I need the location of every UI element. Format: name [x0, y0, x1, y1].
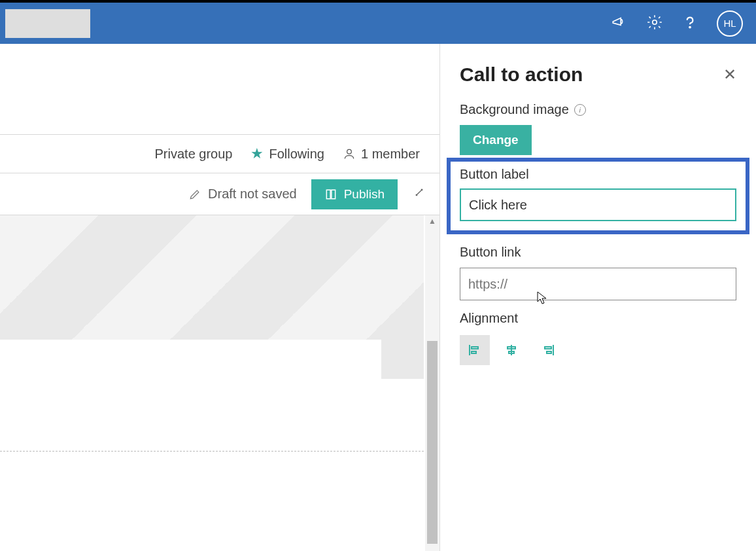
- help-icon[interactable]: [681, 14, 698, 33]
- svg-rect-4: [472, 351, 476, 353]
- draft-status: Draft not saved: [188, 187, 297, 202]
- svg-rect-7: [545, 347, 551, 349]
- section-divider: [0, 451, 424, 452]
- align-center-button[interactable]: [496, 335, 526, 365]
- following-toggle[interactable]: ★ Following: [250, 145, 324, 162]
- align-center-icon: [504, 342, 519, 358]
- property-pane: Call to action ✕ Background image i Chan…: [440, 44, 756, 551]
- button-label-highlight: Button label: [447, 158, 749, 234]
- main-area: Private group ★ Following 1 member Draft…: [0, 44, 756, 551]
- background-image-label: Background image i: [460, 102, 736, 117]
- publish-label: Publish: [344, 187, 385, 202]
- star-icon: ★: [250, 145, 264, 162]
- alignment-label: Alignment: [460, 311, 736, 326]
- webpart-placeholder[interactable]: [0, 340, 381, 379]
- expand-icon[interactable]: [412, 185, 426, 203]
- button-label-input[interactable]: [460, 188, 736, 221]
- members-link[interactable]: 1 member: [343, 147, 420, 162]
- alignment-group: [460, 335, 736, 365]
- scroll-thumb[interactable]: [427, 341, 438, 544]
- align-right-button[interactable]: [533, 335, 563, 365]
- button-link-label: Button link: [460, 245, 736, 260]
- group-info-bar: Private group ★ Following 1 member: [0, 134, 439, 173]
- megaphone-icon[interactable]: [611, 14, 628, 33]
- svg-point-0: [653, 20, 657, 24]
- title-area: [0, 44, 439, 134]
- svg-rect-3: [472, 347, 478, 349]
- draft-status-text: Draft not saved: [208, 187, 297, 202]
- panel-title: Call to action: [460, 63, 583, 86]
- page-canvas: Private group ★ Following 1 member Draft…: [0, 44, 440, 551]
- gear-icon[interactable]: [646, 14, 663, 33]
- search-input[interactable]: [5, 9, 90, 38]
- button-label-label: Button label: [460, 167, 736, 182]
- align-right-icon: [540, 342, 556, 358]
- page-action-bar: Draft not saved Publish: [0, 173, 439, 215]
- editor-canvas[interactable]: ▲: [0, 215, 439, 551]
- svg-point-2: [347, 149, 352, 154]
- align-left-button[interactable]: [460, 335, 490, 365]
- info-icon[interactable]: i: [574, 104, 586, 116]
- button-link-input[interactable]: [460, 268, 736, 300]
- header-icon-group: HL: [611, 10, 749, 37]
- panel-header: Call to action ✕: [460, 63, 736, 86]
- person-icon: [343, 147, 356, 160]
- avatar-initials: HL: [723, 18, 736, 29]
- scrollbar[interactable]: ▲: [425, 215, 439, 551]
- svg-rect-8: [547, 351, 551, 353]
- close-icon[interactable]: ✕: [723, 65, 736, 84]
- following-label: Following: [269, 147, 324, 162]
- scroll-up-icon[interactable]: ▲: [425, 217, 439, 226]
- publish-button[interactable]: Publish: [311, 179, 398, 209]
- book-icon: [324, 188, 337, 201]
- privacy-label: Private group: [155, 147, 233, 162]
- user-avatar[interactable]: HL: [717, 10, 743, 37]
- svg-point-1: [689, 26, 691, 27]
- members-label: 1 member: [361, 147, 420, 162]
- app-header: HL: [0, 3, 756, 44]
- pencil-icon: [188, 188, 201, 201]
- align-left-icon: [467, 342, 483, 358]
- change-button[interactable]: Change: [460, 125, 532, 155]
